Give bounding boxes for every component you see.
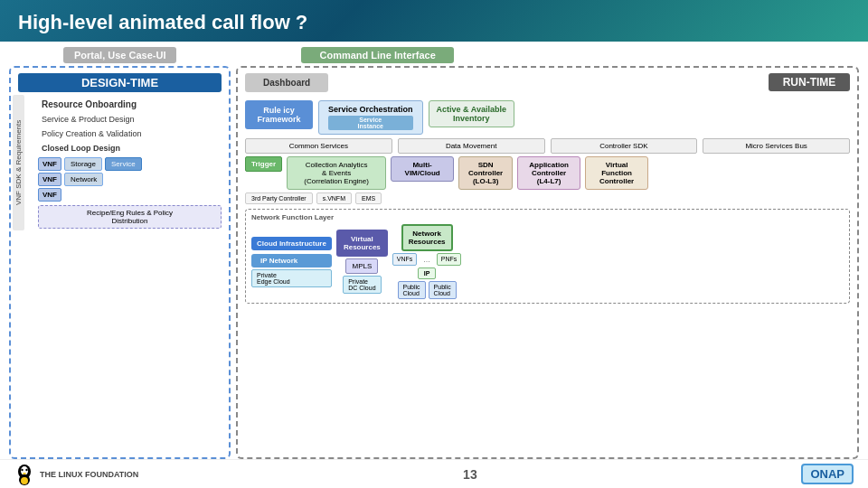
page-number: 13	[463, 467, 477, 482]
public-cloud-2-box: Public Cloud	[429, 281, 457, 299]
vnf-box-1: VNF	[38, 157, 61, 171]
svg-point-4	[21, 468, 23, 470]
service-box: Service	[105, 157, 142, 171]
rule-policy-box: Rule icy Framework	[245, 100, 313, 129]
flow-container: DESIGN-TIME VNF SDK & Requirements Resou…	[9, 66, 859, 459]
virtual-resources-box: Virtual Resources	[336, 230, 388, 257]
private-edge-box: Private Edge Cloud	[251, 269, 332, 287]
onap-logo: ONAP	[801, 464, 854, 484]
common-services-box: Common Services	[245, 138, 392, 154]
footer: THE LINUX FOUNDATION 13 ONAP	[0, 459, 868, 488]
pnfs-box: PNFs	[437, 253, 462, 266]
page-title: High-level animated call flow ?	[18, 11, 307, 33]
rule-label: Rule icy Framework	[252, 106, 306, 124]
cloud-infra-box: Cloud Infrastructure	[251, 237, 332, 250]
dashboard-box: Dashboard	[245, 73, 328, 92]
closed-loop: Closed Loop Design	[38, 142, 222, 155]
run-top-row: Rule icy Framework Service Orchestration…	[245, 100, 850, 135]
network-box: Network	[64, 173, 103, 186]
resource-onboarding: Resource Onboarding	[38, 98, 222, 111]
run-time-panel: Dashboard RUN-TIME Rule icy Framework Se…	[236, 66, 859, 459]
header: High-level animated call flow ?	[0, 0, 868, 42]
controller-sdk-box: Controller SDK	[551, 138, 698, 154]
vnf-row-1: VNF Storage Service	[38, 157, 222, 171]
collection-box: Collection Analytics & Events (Correlati…	[287, 156, 386, 190]
network-func-layer: Network Function Layer Cloud Infrastruct…	[245, 209, 850, 304]
public-cloud-col: Public Cloud Public Cloud	[398, 281, 457, 299]
svg-point-3	[21, 477, 28, 484]
network-resources-col: Network Resources VNFs ... PNFs IP Publi…	[392, 224, 462, 299]
common-services-row: Common Services Data Movement Controller…	[245, 138, 850, 154]
ip-label: IP	[418, 267, 437, 279]
vnf-box-2: VNF	[38, 173, 61, 186]
vfc-box: Virtual Function Controller	[585, 156, 648, 190]
dots-box: ...	[420, 253, 434, 266]
run-time-header-row: Dashboard RUN-TIME	[245, 73, 850, 97]
main-content: Portal, Use Case-UI Command Line Interfa…	[0, 42, 868, 459]
linux-penguin-icon	[14, 463, 34, 486]
ip-network-box: IP Network	[251, 254, 332, 267]
micro-services-box: Micro Services Bus	[703, 138, 850, 154]
cli-label: Command Line Interface	[301, 47, 453, 63]
run-time-header: RUN-TIME	[769, 73, 850, 91]
virtual-resources-col: Virtual Resources MPLS Private DC Cloud	[336, 230, 388, 294]
linux-foundation-text: THE LINUX FOUNDATION	[40, 470, 138, 479]
vnf-row-2: VNF Network	[38, 173, 222, 186]
cloud-infra-col: Cloud Infrastructure IP Network Private …	[251, 237, 332, 287]
vnf-row-3: VNF	[38, 188, 222, 202]
design-time-panel: DESIGN-TIME VNF SDK & Requirements Resou…	[9, 66, 231, 459]
page-wrapper: High-level animated call flow ? Portal, …	[0, 0, 868, 488]
policy-creation: Policy Creation & Validation	[38, 127, 222, 140]
inventory-box: Active & Available Inventory	[429, 100, 514, 127]
s-vnfm-box: s.VNFM	[316, 192, 352, 204]
service-orch-label: Service Orchestration	[328, 105, 413, 114]
network-resources-box: Network Resources	[401, 224, 453, 251]
top-bar: Portal, Use Case-UI Command Line Interfa…	[9, 47, 859, 63]
vnfs-box: VNFs	[392, 253, 418, 266]
sdn-box: SDN Controller (LO-L3)	[458, 156, 513, 190]
vnf-box-3: VNF	[38, 188, 61, 202]
recipe-box: Recipe/Eng Rules & Policy Distribution	[38, 205, 222, 229]
service-instance-label: Service Instance	[328, 116, 413, 130]
portal-label: Portal, Use Case-UI	[63, 47, 176, 63]
data-movement-box: Data Movement	[398, 138, 545, 154]
svg-point-5	[25, 468, 27, 470]
nfl-content: Cloud Infrastructure IP Network Private …	[251, 224, 844, 299]
mpls-box: MPLS	[345, 258, 378, 274]
design-items: Resource Onboarding Service & Product De…	[38, 98, 222, 155]
trigger-row: Trigger Collection Analytics & Events (C…	[245, 156, 850, 190]
storage-box: Storage	[64, 157, 102, 171]
design-time-header: DESIGN-TIME	[18, 73, 222, 92]
third-party-box: 3rd Party Controller	[245, 192, 313, 204]
nfl-row-3: VNFs ... PNFs	[392, 253, 462, 266]
service-orch-box: Service Orchestration Service Instance	[318, 100, 423, 135]
private-dc-box: Private DC Cloud	[343, 276, 381, 294]
app-ctrl-box: Application Controller (L4-L7)	[517, 156, 580, 190]
trigger-box: Trigger	[245, 156, 282, 172]
service-product-design: Service & Product Design	[38, 113, 222, 126]
ems-box: EMS	[355, 192, 382, 204]
third-party-row: 3rd Party Controller s.VNFM EMS	[245, 192, 850, 204]
public-cloud-1-box: Public Cloud	[398, 281, 426, 299]
nfl-header: Network Function Layer	[251, 213, 844, 221]
svg-point-6	[23, 473, 26, 474]
linux-foundation-logo: THE LINUX FOUNDATION	[14, 463, 138, 486]
multi-vim-box: Multi-VIM/Cloud	[391, 156, 454, 182]
vnf-sdk-label: VNF SDK & Requirements	[13, 95, 24, 230]
